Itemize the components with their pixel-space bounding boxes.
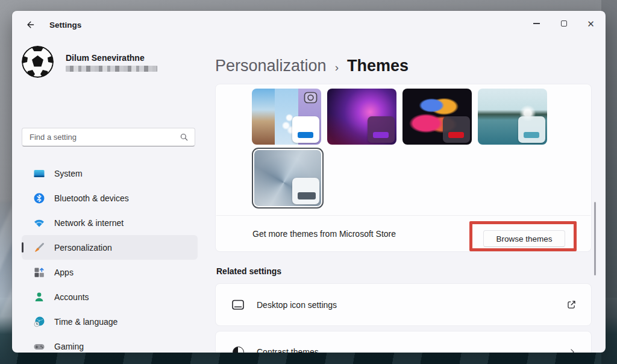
themes-card: Get more themes from Microsoft Store Bro… [215, 84, 592, 252]
sidebar-item-apps[interactable]: Apps [22, 260, 198, 284]
system-icon [33, 167, 45, 180]
row-label: Desktop icon settings [257, 300, 337, 310]
maximize-icon [561, 20, 567, 27]
back-arrow-icon [25, 20, 35, 30]
profile-text: Dilum Senevirathne [66, 53, 157, 72]
sidebar-item-label: Accounts [54, 292, 89, 302]
time-language-icon [33, 315, 45, 328]
profile-name: Dilum Senevirathne [66, 53, 157, 63]
breadcrumb: Personalization › Themes [215, 57, 592, 75]
accent-pill [298, 192, 316, 199]
sidebar-item-accounts[interactable]: Accounts [22, 284, 198, 309]
theme-artwork [254, 150, 321, 206]
theme-thumbnail-glow[interactable] [327, 89, 396, 145]
minimize-icon [533, 23, 540, 24]
sidebar-item-system[interactable]: System [22, 161, 198, 186]
sidebar-item-label: Gaming [54, 342, 84, 351]
sidebar-item-bluetooth-devices[interactable]: Bluetooth & devices [22, 186, 198, 210]
back-button[interactable] [20, 16, 40, 34]
selected-accent-bar [22, 242, 23, 253]
user-profile[interactable]: Dilum Senevirathne [22, 46, 198, 78]
theme-preview-card [518, 116, 545, 143]
minimize-button[interactable] [523, 11, 550, 36]
sidebar-item-label: System [54, 169, 83, 178]
sidebar-item-network-internet[interactable]: Network & internet [22, 210, 198, 235]
theme-thumbnail-captured-motion[interactable] [402, 89, 472, 145]
search-input[interactable] [30, 133, 180, 142]
page-title: Themes [347, 57, 409, 75]
accent-pill [298, 132, 313, 138]
theme-preview-card [443, 116, 470, 143]
browse-themes-button[interactable]: Browse themes [483, 230, 565, 247]
theme-preview-card [292, 116, 319, 143]
desktop-icon-settings-icon [230, 299, 246, 311]
sidebar: Dilum Senevirathne System [22, 39, 198, 353]
sidebar-item-time-language[interactable]: Time & language [22, 309, 198, 334]
desktop-icon-settings-row[interactable]: Desktop icon settings [215, 283, 592, 326]
maximize-button[interactable] [550, 11, 577, 36]
accent-pill [373, 132, 389, 138]
search-box[interactable] [22, 128, 195, 146]
breadcrumb-parent[interactable]: Personalization [215, 57, 327, 75]
sidebar-nav: System Bluetooth & devices Network & int… [22, 161, 198, 353]
search-icon [180, 133, 189, 142]
breadcrumb-separator-icon: › [335, 61, 339, 74]
accent-pill [524, 132, 539, 138]
theme-thumbnail-custom-photo[interactable] [252, 89, 321, 145]
main-content: Personalization › Themes [215, 39, 592, 353]
accounts-icon [33, 290, 45, 303]
close-icon: ✕ [587, 19, 595, 28]
theme-thumbnail-windows-selected[interactable] [252, 148, 324, 209]
external-link-icon [566, 300, 577, 310]
contrast-themes-icon [230, 347, 246, 353]
sidebar-item-gaming[interactable]: Gaming [22, 334, 198, 353]
contrast-themes-row[interactable]: Contrast themes [215, 331, 592, 353]
row-label: Contrast themes [257, 347, 319, 353]
theme-grid [252, 89, 547, 209]
personalization-icon [33, 241, 45, 254]
sidebar-item-label: Apps [54, 268, 74, 277]
accent-pill [448, 132, 464, 138]
titlebar: Settings ✕ [12, 11, 606, 39]
related-settings-heading: Related settings [216, 266, 592, 276]
window-title: Settings [49, 20, 81, 30]
camera-icon [304, 92, 318, 106]
theme-preview-card [292, 178, 319, 204]
store-row: Get more themes from Microsoft Store Bro… [216, 216, 591, 251]
window-controls: ✕ [523, 11, 604, 36]
bluetooth-icon [33, 192, 45, 204]
store-text: Get more themes from Microsoft Store [252, 229, 396, 239]
soccer-ball-avatar-icon [22, 46, 54, 78]
apps-icon [33, 266, 45, 278]
chevron-right-icon [568, 348, 577, 353]
sidebar-item-personalization[interactable]: Personalization [22, 235, 198, 260]
theme-preview-card [368, 116, 395, 143]
network-icon [33, 216, 45, 229]
sidebar-item-label: Time & language [54, 317, 117, 327]
desktop: Settings ✕ [0, 0, 617, 364]
sidebar-item-label: Bluetooth & devices [54, 193, 129, 203]
close-button[interactable]: ✕ [577, 11, 604, 36]
settings-window: Settings ✕ [12, 11, 606, 353]
avatar [22, 46, 54, 78]
theme-thumbnail-sunrise[interactable] [478, 89, 547, 145]
scrollbar[interactable] [594, 202, 596, 275]
sidebar-item-label: Network & internet [54, 218, 124, 228]
gaming-icon [33, 340, 45, 353]
profile-email-redacted [66, 66, 157, 72]
sidebar-item-label: Personalization [54, 243, 112, 253]
